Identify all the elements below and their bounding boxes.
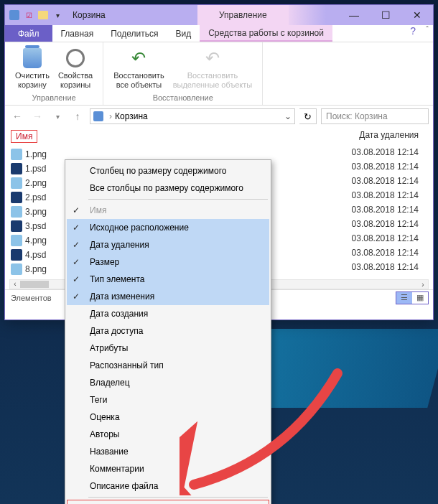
help-icon[interactable]: ? bbox=[410, 25, 416, 37]
file-name: 8.png bbox=[25, 264, 47, 274]
empty-recycle-button[interactable]: Очистить корзину bbox=[11, 45, 54, 92]
scroll-thumb[interactable] bbox=[20, 281, 49, 288]
cm-separator bbox=[88, 199, 268, 200]
file-date: 03.08.2018 12:14 bbox=[352, 205, 419, 219]
tab-view[interactable]: Вид bbox=[167, 25, 200, 42]
png-file-icon bbox=[11, 177, 22, 189]
tab-home[interactable]: Главная bbox=[52, 25, 103, 42]
check-icon: ✓ bbox=[73, 257, 80, 267]
icons-view-button[interactable]: ▦ bbox=[412, 292, 428, 304]
file-date: 03.08.2018 12:14 bbox=[352, 176, 419, 190]
psd-file-icon bbox=[11, 249, 22, 261]
tab-share[interactable]: Поделиться bbox=[102, 25, 167, 42]
list-item[interactable]: 8.png bbox=[11, 262, 47, 276]
file-name: 4.png bbox=[25, 235, 47, 246]
list-item[interactable]: 3.png bbox=[11, 205, 47, 219]
properties-label: Свойства корзины bbox=[58, 71, 93, 90]
titlebar[interactable]: ☑ ▾ Корзина Управление — ☐ ✕ bbox=[5, 5, 433, 25]
qa-dropdown-icon[interactable]: ▾ bbox=[51, 9, 64, 22]
date-list: 03.08.2018 12:1403.08.2018 12:1403.08.20… bbox=[352, 147, 419, 276]
check-icon: ✓ bbox=[73, 291, 80, 302]
list-item[interactable]: 1.png bbox=[11, 147, 47, 162]
cm-rating[interactable]: Оценка bbox=[67, 409, 269, 426]
column-context-menu: Столбец по размеру содержимого Все столб… bbox=[65, 159, 271, 504]
tab-file[interactable]: Файл bbox=[5, 25, 52, 42]
cm-date-deleted[interactable]: ✓Дата удаления bbox=[67, 236, 269, 253]
cm-comments[interactable]: Комментарии bbox=[67, 460, 269, 477]
cm-date-modified[interactable]: ✓Дата изменения bbox=[67, 288, 269, 305]
restore-all-button[interactable]: ↶ Восстановить все объекты bbox=[109, 45, 168, 92]
file-name: 2.psd bbox=[25, 192, 46, 202]
search-input[interactable]: Поиск: Корзина bbox=[321, 108, 429, 124]
column-date-deleted-header[interactable]: Дата удаления bbox=[359, 130, 419, 140]
back-button[interactable]: ← bbox=[9, 108, 25, 124]
status-text: Элементов bbox=[11, 294, 52, 302]
cm-type[interactable]: ✓Тип элемента bbox=[67, 271, 269, 288]
address-bin-icon bbox=[93, 111, 103, 121]
scroll-right-icon[interactable]: › bbox=[418, 280, 428, 289]
file-date: 03.08.2018 12:14 bbox=[352, 147, 419, 162]
cm-perceived-type[interactable]: Распознанный тип bbox=[67, 357, 269, 374]
file-name: 2.png bbox=[25, 178, 47, 188]
window-controls: — ☐ ✕ bbox=[338, 5, 433, 25]
cm-owner[interactable]: Владелец bbox=[67, 374, 269, 391]
close-button[interactable]: ✕ bbox=[401, 5, 433, 25]
file-name: 4.psd bbox=[25, 250, 46, 260]
scroll-left-icon[interactable]: ‹ bbox=[10, 280, 20, 288]
cm-date-created[interactable]: Дата создания bbox=[67, 305, 269, 322]
cm-size-column[interactable]: Столбец по размеру содержимого bbox=[67, 162, 269, 179]
recent-dropdown[interactable]: ▾ bbox=[50, 108, 65, 124]
folder-icon[interactable] bbox=[37, 9, 50, 22]
ribbon-group-manage: Очистить корзину Свойства корзины Управл… bbox=[5, 42, 103, 105]
column-name-header[interactable]: Имя bbox=[11, 130, 37, 143]
cm-more[interactable]: Подробнее... bbox=[67, 500, 269, 504]
list-item[interactable]: 3.psd bbox=[11, 219, 47, 233]
ribbon: Очистить корзину Свойства корзины Управл… bbox=[5, 42, 433, 106]
cm-original-location[interactable]: ✓Исходное расположение bbox=[67, 219, 269, 236]
list-item[interactable]: 4.png bbox=[11, 233, 47, 248]
cm-authors[interactable]: Авторы bbox=[67, 426, 269, 443]
list-item[interactable]: 4.psd bbox=[11, 248, 47, 262]
ribbon-group-restore: ↶ Восстановить все объекты ↶ Восстановит… bbox=[103, 42, 263, 105]
maximize-button[interactable]: ☐ bbox=[370, 5, 401, 25]
cm-attributes[interactable]: Атрибуты bbox=[67, 340, 269, 357]
refresh-button[interactable]: ↻ bbox=[299, 108, 317, 124]
address-bar[interactable]: › Корзина ⌄ bbox=[90, 108, 295, 124]
check-icon: ✓ bbox=[73, 205, 80, 215]
cm-size[interactable]: ✓Размер bbox=[67, 253, 269, 271]
empty-recycle-label: Очистить корзину bbox=[15, 71, 50, 90]
file-date: 03.08.2018 12:14 bbox=[352, 262, 419, 276]
forward-button: → bbox=[29, 108, 45, 124]
file-date: 03.08.2018 12:14 bbox=[352, 219, 419, 233]
list-item[interactable]: 2.png bbox=[11, 176, 47, 190]
address-dropdown-icon[interactable]: ⌄ bbox=[284, 111, 292, 121]
tab-recycle-tools[interactable]: Средства работы с корзиной bbox=[200, 25, 332, 42]
file-date: 03.08.2018 12:14 bbox=[352, 233, 419, 248]
cm-size-all-columns[interactable]: Все столбцы по размеру содержимого bbox=[67, 179, 269, 197]
collapse-ribbon-icon[interactable]: ˆ bbox=[426, 25, 429, 34]
png-file-icon bbox=[11, 263, 22, 275]
cm-date-accessed[interactable]: Дата доступа bbox=[67, 322, 269, 340]
psd-file-icon bbox=[11, 163, 22, 174]
cm-title[interactable]: Название bbox=[67, 443, 269, 460]
cm-file-description[interactable]: Описание файла bbox=[67, 477, 269, 495]
cm-name: ✓Имя bbox=[67, 202, 269, 219]
restore-selected-button: ↶ Восстановить выделенные объекты bbox=[169, 45, 257, 92]
minimize-button[interactable]: — bbox=[338, 5, 370, 25]
recycle-bin-icon[interactable] bbox=[8, 9, 21, 22]
qa-checkbox-icon[interactable]: ☑ bbox=[22, 9, 35, 22]
check-icon: ✓ bbox=[73, 240, 80, 250]
details-view-button[interactable]: ☰ bbox=[396, 292, 412, 304]
png-file-icon bbox=[11, 235, 22, 246]
file-date: 03.08.2018 12:14 bbox=[352, 162, 419, 176]
restore-all-label: Восстановить все объекты bbox=[113, 71, 164, 90]
recycle-properties-button[interactable]: Свойства корзины bbox=[54, 45, 97, 92]
breadcrumb[interactable]: Корзина bbox=[115, 111, 148, 121]
restore-icon: ↶ bbox=[127, 47, 150, 70]
cm-tags[interactable]: Теги bbox=[67, 391, 269, 409]
png-file-icon bbox=[11, 206, 22, 218]
list-item[interactable]: 2.psd bbox=[11, 190, 47, 205]
up-button[interactable]: ↑ bbox=[70, 108, 85, 124]
list-item[interactable]: 1.psd bbox=[11, 162, 47, 176]
window-title: Корзина bbox=[73, 10, 106, 20]
